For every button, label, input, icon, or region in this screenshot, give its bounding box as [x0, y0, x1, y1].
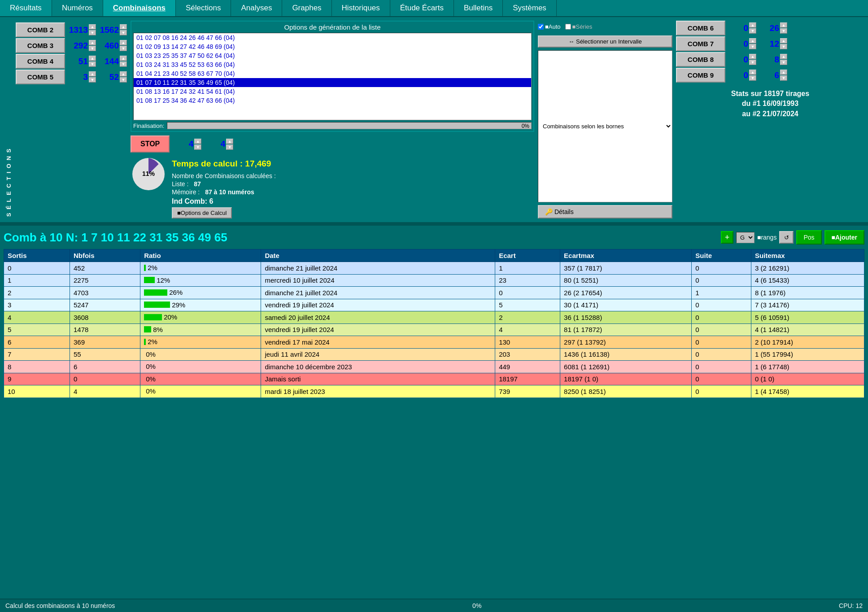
table-row[interactable]: 63692%vendredi 17 mai 2024130297 (1 1379… [4, 336, 864, 349]
table-row[interactable]: 860%dimanche 10 décembre 20234496081 (1 … [4, 361, 864, 373]
spinner2-value: 4 [205, 139, 225, 149]
val1-up[interactable]: ▲ [89, 71, 96, 77]
ratio-cell: 0% [140, 361, 261, 373]
right-val2-down[interactable]: ▼ [780, 28, 787, 34]
combo-list-item[interactable]: 01 03 23 25 35 37 47 50 62 64 (04) [134, 51, 531, 60]
val2-down[interactable]: ▼ [120, 30, 127, 35]
combo-list-item[interactable]: 01 02 09 13 14 27 42 46 48 69 (04) [134, 42, 531, 51]
comb-btn-comb-3[interactable]: COMB 3 [16, 38, 65, 53]
right-val1-down[interactable]: ▼ [749, 60, 756, 65]
menu-item-sélections[interactable]: Sélections [176, 0, 231, 16]
val1-up[interactable]: ▲ [89, 56, 96, 61]
combo-list-item[interactable]: 01 03 24 31 33 45 52 53 63 66 (04) [134, 60, 531, 69]
val1-up[interactable]: ▲ [89, 40, 96, 45]
right-val1-down[interactable]: ▼ [749, 44, 756, 49]
menu-item-bulletins[interactable]: Bulletins [454, 0, 503, 16]
comb-btn-comb-4[interactable]: COMB 4 [16, 54, 65, 69]
date-cell: dimanche 21 juillet 2024 [261, 262, 495, 275]
options-box: Options de génération de la liste 01 02 … [131, 21, 534, 132]
combo-list-item[interactable]: 01 08 13 16 17 24 32 41 54 61 (04) [134, 87, 531, 96]
val1-down[interactable]: ▼ [89, 46, 96, 51]
spinner1-down[interactable]: ▼ [194, 144, 201, 150]
table-row[interactable]: 7550%jeudi 11 avril 20242031436 (1 16138… [4, 348, 864, 361]
refresh-button[interactable]: ↺ [779, 231, 794, 244]
val2-up[interactable]: ▲ [120, 71, 127, 77]
right-val1-up[interactable]: ▲ [749, 22, 756, 28]
menu-item-historiques[interactable]: Historiques [332, 0, 390, 16]
table-row[interactable]: 514788%vendredi 19 juillet 2024481 (1 17… [4, 323, 864, 336]
date-cell: mardi 18 juillet 2023 [261, 385, 495, 398]
right-val2-up[interactable]: ▲ [780, 22, 787, 28]
right-val2-down[interactable]: ▼ [780, 44, 787, 49]
menu-item-analyses[interactable]: Analyses [231, 0, 282, 16]
val2-down[interactable]: ▼ [120, 77, 127, 83]
spinner2-down[interactable]: ▼ [226, 144, 233, 150]
val1-down[interactable]: ▼ [89, 30, 96, 35]
combo-list-item[interactable]: 01 04 21 23 40 52 58 63 67 70 (04) [134, 69, 531, 78]
right-val1-up[interactable]: ▲ [749, 70, 756, 75]
right-val1-up[interactable]: ▲ [749, 38, 756, 44]
right-val2-down[interactable]: ▼ [780, 60, 787, 65]
plus-button[interactable]: + [721, 231, 733, 244]
table-row[interactable]: 3524729%vendredi 19 juillet 2024530 (1 4… [4, 299, 864, 311]
val1-up[interactable]: ▲ [89, 24, 96, 30]
right-comb-btn-comb-9[interactable]: COMB 9 [676, 68, 725, 83]
right-comb-btn-comb-8[interactable]: COMB 8 [676, 52, 725, 67]
combo-list-item[interactable]: 01 07 10 11 22 31 35 36 49 65 (04) [134, 78, 531, 87]
table-row[interactable]: 1227512%mercredi 10 juillet 20242380 (1 … [4, 274, 864, 287]
right-val1-spinner: 0 ▲ ▼ [728, 70, 756, 81]
right-val2-down[interactable]: ▼ [780, 75, 787, 81]
comb-btn-comb-2[interactable]: COMB 2 [16, 22, 65, 37]
details-button[interactable]: 🔑 Détails [538, 205, 672, 219]
ajouter-button[interactable]: ■Ajouter [824, 230, 864, 245]
table-row[interactable]: 04522%dimanche 21 juillet 20241357 (1 78… [4, 262, 864, 275]
suitemax-cell: 2 (10 17914) [751, 336, 864, 349]
menu-item-graphes[interactable]: Graphes [282, 0, 331, 16]
val2-down[interactable]: ▼ [120, 46, 127, 51]
menu-item-combinaisons[interactable]: Combinaisons [103, 0, 176, 16]
menu-item-numéros[interactable]: Numéros [52, 0, 103, 16]
right-val2-up[interactable]: ▲ [780, 54, 787, 59]
menu-item-étude-écarts[interactable]: Étude Écarts [390, 0, 454, 16]
right-val1-down[interactable]: ▼ [749, 28, 756, 34]
series-checkbox[interactable]: ■Séries [565, 23, 593, 30]
ratio-cell: 26% [140, 287, 261, 299]
col-header-date: Date [261, 249, 495, 262]
g-select[interactable]: G [736, 232, 755, 243]
table-row[interactable]: 2470326%dimanche 21 juillet 2024026 (2 1… [4, 287, 864, 299]
suitemax-cell: 8 (1 1976) [751, 287, 864, 299]
table-row[interactable]: 4360820%samedi 20 juillet 2024236 (1 152… [4, 311, 864, 324]
combo-dropdown[interactable]: Combinaisons selon les bornes [538, 50, 672, 202]
right-val1-down[interactable]: ▼ [749, 75, 756, 81]
right-comb-btn-comb-7[interactable]: COMB 7 [676, 36, 725, 51]
pos-button[interactable]: Pos [796, 230, 821, 245]
right-val1-up[interactable]: ▲ [749, 54, 756, 59]
col-header-ratio: Ratio [140, 249, 261, 262]
spinner1-up[interactable]: ▲ [194, 139, 201, 144]
val2-up[interactable]: ▲ [120, 24, 127, 30]
stop-button[interactable]: STOP [131, 136, 170, 153]
val2-up[interactable]: ▲ [120, 40, 127, 45]
table-row[interactable]: 900%Jamais sorti1819718197 (1 0)00 (1 0) [4, 373, 864, 385]
spinner2-up[interactable]: ▲ [226, 139, 233, 144]
intervalle-button[interactable]: ↔ Sélectionner un Intervalle [538, 35, 672, 48]
col-header-nbfois: Nbfois [70, 249, 140, 262]
val2-down[interactable]: ▼ [120, 61, 127, 67]
combo-list-item[interactable]: 01 02 07 08 16 24 26 46 47 66 (04) [134, 33, 531, 42]
val1-down[interactable]: ▼ [89, 77, 96, 83]
right-val2-up[interactable]: ▲ [780, 70, 787, 75]
combo-list[interactable]: 01 02 07 08 16 24 26 46 47 66 (04)01 02 … [133, 33, 532, 120]
options-calcul-btn[interactable]: ■Options de Calcul [172, 207, 232, 219]
menu-item-systèmes[interactable]: Systèmes [503, 0, 557, 16]
menu-item-résultats[interactable]: Résultats [0, 0, 52, 16]
comb-btn-comb-5[interactable]: COMB 5 [16, 70, 65, 84]
val2-up[interactable]: ▲ [120, 56, 127, 61]
combo-list-item[interactable]: 01 08 17 25 34 36 42 47 63 66 (04) [134, 96, 531, 105]
val1-down[interactable]: ▼ [89, 61, 96, 67]
sortis-cell: 1 [4, 274, 70, 287]
right-comb-btn-comb-6[interactable]: COMB 6 [676, 21, 725, 35]
table-row[interactable]: 1040%mardi 18 juillet 20237398250 (1 825… [4, 385, 864, 398]
right-val2-spinner: 6 ▲ ▼ [759, 70, 787, 81]
auto-checkbox[interactable]: ■Auto [538, 23, 561, 30]
right-val2-up[interactable]: ▲ [780, 38, 787, 44]
